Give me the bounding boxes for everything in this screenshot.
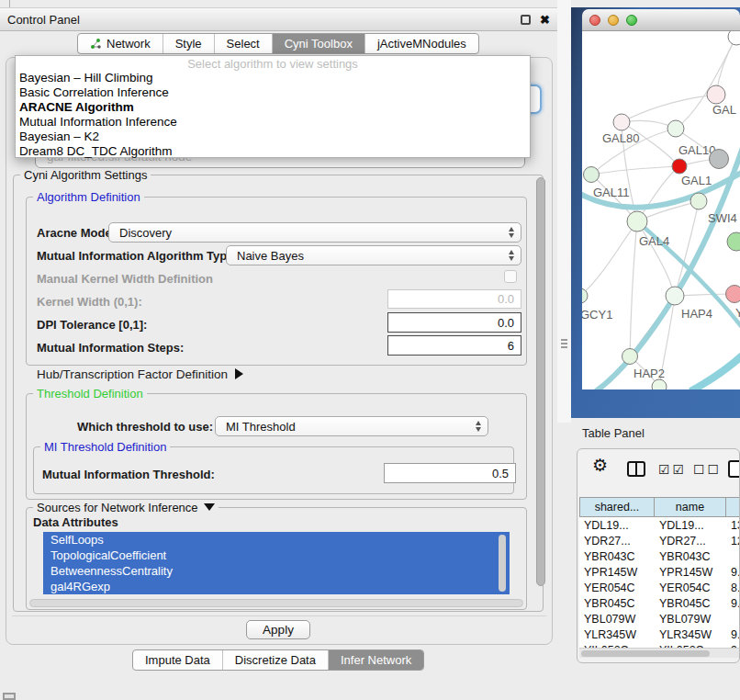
- column-header-shared-name[interactable]: shared...: [579, 497, 655, 517]
- bottom-tab-infer-network[interactable]: Infer Network: [329, 650, 423, 670]
- collapsed-arrow-icon: [235, 368, 243, 379]
- mi-threshold-input[interactable]: 0.5: [384, 463, 516, 483]
- column-header-name[interactable]: name: [655, 497, 726, 517]
- table-row[interactable]: YDR27...YDR27...12: [579, 533, 739, 548]
- algorithm-option[interactable]: ARACNE Algorithm: [16, 100, 530, 115]
- table-cell: YER054C: [579, 581, 655, 594]
- divider-tick: [9, 0, 10, 7]
- network-node-hap2[interactable]: [622, 349, 638, 365]
- algorithm-option[interactable]: Bayesian – Hill Climbing: [16, 71, 530, 85]
- close-icon[interactable]: ✖: [540, 13, 550, 27]
- bottom-tab-impute-data[interactable]: Impute Data: [133, 650, 223, 670]
- algorithm-dropdown-prompt: Select algorithm to view settings: [16, 58, 530, 71]
- table-cell: YPR145W: [579, 566, 655, 579]
- kernel-width-input[interactable]: 0.0: [387, 289, 521, 309]
- network-node-swi4[interactable]: [690, 193, 707, 209]
- minimize-traffic-light-icon[interactable]: [608, 15, 619, 26]
- dpi-tolerance-input[interactable]: 0.0: [387, 312, 521, 333]
- network-node[interactable]: [710, 150, 729, 169]
- network-node[interactable]: [727, 232, 740, 251]
- network-node[interactable]: [652, 379, 667, 390]
- algorithm-option[interactable]: Mutual Information Inference: [16, 115, 530, 130]
- network-node-gal[interactable]: [707, 85, 725, 104]
- network-node-gal11[interactable]: [584, 167, 600, 183]
- table-row[interactable]: YBR045CYBR045C9.: [579, 595, 739, 611]
- table-row[interactable]: YBL079WYBL079W: [579, 611, 739, 627]
- mi-type-value: Naive Bayes: [237, 249, 304, 263]
- algorithm-option[interactable]: Basic Correlation Inference: [16, 85, 530, 100]
- aracne-mode-combo[interactable]: Discovery: [108, 222, 521, 243]
- table-settings-gear-icon[interactable]: ⚙: [592, 455, 608, 476]
- which-threshold-combo[interactable]: MI Threshold: [215, 416, 488, 436]
- network-node-gcy1[interactable]: [582, 288, 588, 303]
- tab-jactivemnodules[interactable]: jActiveMNodules: [365, 34, 478, 53]
- attribute-list-item[interactable]: TopologicalCoefficient: [43, 548, 510, 563]
- sources-group-title[interactable]: Sources for Network Inference: [33, 501, 219, 514]
- network-node-gal80[interactable]: [613, 114, 630, 130]
- data-attributes-list[interactable]: SelfLoopsTopologicalCoefficientBetweenne…: [43, 532, 510, 594]
- mini-window-icon[interactable]: [3, 693, 16, 700]
- close-traffic-light-icon[interactable]: [589, 15, 600, 26]
- list-horizontal-scrollbar[interactable]: [29, 599, 523, 607]
- export-table-icon[interactable]: [728, 460, 740, 478]
- screen: Control Panel ✖ NetworkStyleSelectCyni T…: [0, 0, 740, 700]
- network-node-hap4[interactable]: [666, 287, 684, 305]
- network-node-gal1[interactable]: [672, 159, 687, 174]
- table-panel-title: Table Panel: [582, 426, 645, 440]
- attribute-list-item[interactable]: gal4RGexp: [43, 579, 510, 594]
- tab-network[interactable]: Network: [78, 34, 163, 53]
- network-graph[interactable]: GALGAL80GAL10GAL1GAL11GAL4SWI4GCY1HAP4YH…: [582, 31, 740, 390]
- table-row[interactable]: YLR345WYLR345W9.: [579, 627, 739, 642]
- tab-select[interactable]: Select: [215, 34, 273, 53]
- table-cell: YDL19...: [655, 519, 726, 532]
- deselect-all-columns-icon[interactable]: ☐☐: [693, 462, 722, 477]
- mi-steps-input[interactable]: 6: [387, 335, 521, 356]
- mi-threshold-group-title: MI Threshold Definition: [40, 440, 170, 454]
- network-view-canvas[interactable]: GALGAL80GAL10GAL1GAL11GAL4SWI4GCY1HAP4YH…: [582, 31, 740, 390]
- split-columns-icon[interactable]: [627, 461, 645, 477]
- table-row[interactable]: YPR145WYPR145W9.: [579, 564, 739, 580]
- table-row[interactable]: YER054CYER054C8.: [579, 580, 739, 595]
- divider: [12, 615, 546, 616]
- list-vertical-scrollbar[interactable]: [499, 535, 506, 592]
- float-window-icon[interactable]: [521, 15, 531, 25]
- network-node-gal10[interactable]: [667, 120, 684, 137]
- algorithm-dropdown-popup: Select algorithm to view settings Bayesi…: [15, 55, 531, 158]
- network-node[interactable]: [728, 31, 740, 45]
- tab-cyni-toolbox[interactable]: Cyni Toolbox: [273, 34, 365, 53]
- node-label: HAP4: [681, 307, 712, 321]
- manual-kernel-checkbox[interactable]: [504, 270, 517, 283]
- node-label: HAP2: [633, 367, 665, 380]
- algorithm-option[interactable]: Bayesian – K2: [16, 130, 530, 144]
- settings-vertical-scrollbar[interactable]: [536, 177, 545, 586]
- stepper-icon: [509, 227, 514, 238]
- table-horizontal-scrollbar[interactable]: [579, 648, 739, 658]
- select-all-columns-icon[interactable]: ☑☑: [658, 462, 687, 477]
- tab-label: jActiveMNodules: [377, 37, 466, 51]
- network-node-gal4[interactable]: [627, 211, 647, 231]
- apply-button[interactable]: Apply: [246, 620, 310, 639]
- cyni-settings-group-title: Cyni Algorithm Settings: [20, 168, 151, 182]
- table-cell: YDL19...: [579, 519, 655, 532]
- bottom-tab-discretize-data[interactable]: Discretize Data: [223, 650, 329, 670]
- zoom-traffic-light-icon[interactable]: [626, 15, 637, 26]
- network-node-y[interactable]: [726, 286, 740, 303]
- hub-section-toggle[interactable]: Hub/Transcription Factor Definition: [37, 367, 243, 381]
- tab-style[interactable]: Style: [163, 34, 215, 53]
- table-row[interactable]: YDL19...YDL19...13: [579, 517, 739, 533]
- node-label: GAL4: [639, 234, 669, 248]
- table-cell: YBL079W: [579, 613, 655, 626]
- table-cell: 13: [726, 519, 739, 532]
- splitter-grip[interactable]: [561, 339, 567, 350]
- attribute-list-item[interactable]: BetweennessCentrality: [43, 563, 510, 579]
- threshold-definition-title: Threshold Definition: [33, 387, 147, 401]
- mi-type-combo[interactable]: Naive Bayes: [226, 245, 521, 265]
- which-threshold-label: Which threshold to use:: [77, 420, 213, 434]
- algorithm-option[interactable]: Dream8 DC_TDC Algorithm: [16, 144, 530, 159]
- column-header-partial[interactable]: [726, 497, 740, 517]
- kernel-width-label: Kernel Width (0,1):: [37, 295, 142, 309]
- scrollbar-thumb[interactable]: [581, 650, 710, 657]
- attribute-list-item[interactable]: SelfLoops: [43, 532, 510, 548]
- table-cell: YBR045C: [655, 597, 726, 610]
- table-row[interactable]: YBR043CYBR043C: [579, 548, 739, 564]
